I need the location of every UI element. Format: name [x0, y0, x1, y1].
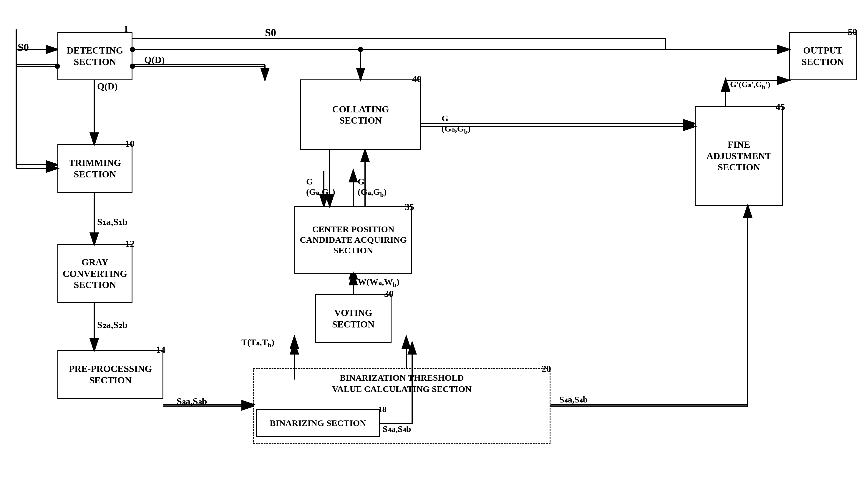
ref-gray: 12: [125, 238, 134, 249]
qd-right-label: Q(D): [144, 54, 165, 65]
binarizing-box: BINARIZING SECTION: [256, 409, 380, 437]
ref-center: 35: [405, 201, 414, 212]
diagram: DETECTINGSECTION 1 TRIMMINGSECTION 10 GR…: [0, 0, 864, 504]
output-section-box: OUTPUTSECTION: [789, 32, 857, 80]
trimming-section-box: TRIMMINGSECTION: [57, 144, 132, 193]
binarization-label: BINARIZATION THRESHOLDVALUE CALCULATING …: [259, 372, 544, 394]
collating-section-box: COLLATINGSECTION: [300, 79, 421, 150]
svg-point-56: [358, 47, 363, 52]
gray-converting-box: GRAYCONVERTINGSECTION: [57, 244, 132, 303]
s0-input-label: S0: [18, 41, 29, 53]
fine-adjustment-box: FINEADJUSTMENTSECTION: [695, 106, 783, 206]
detecting-section-box: DETECTINGSECTION: [57, 32, 132, 80]
ref-trimming: 10: [125, 138, 134, 149]
w-wab-label: W(Wₐ,Wb): [358, 276, 399, 288]
s4ab-voting-label: S₄a,S₄b: [383, 424, 411, 434]
ref-binarization: 20: [542, 364, 551, 374]
ref-detecting: 1: [124, 24, 128, 34]
s1ab-label: S₁a,S₁b: [97, 216, 128, 228]
ref-collating: 40: [412, 74, 422, 84]
pre-processing-box: PRE-PROCESSINGSECTION: [57, 350, 164, 399]
s4ab-fine-label: S₄a,S₄b: [559, 394, 588, 405]
g-up-label: G(Gₐ,Gb): [358, 176, 386, 199]
center-position-box: CENTER POSITIONCANDIDATE ACQUIRINGSECTIO…: [295, 206, 412, 274]
s3ab-label: S₃a,S₃b: [177, 396, 207, 407]
ref-voting: 30: [384, 288, 394, 299]
ref-binarizing: ~18: [374, 405, 386, 414]
s2ab-label: S₂a,S₂b: [97, 319, 128, 330]
ref-fine: 45: [776, 101, 785, 112]
t-tab-label: T(Tₐ,Tb): [241, 337, 274, 349]
ref-output: 50: [848, 26, 857, 37]
voting-section-box: VOTINGSECTION: [315, 294, 392, 343]
gprime-label: G'(Gₐ',Gb'): [730, 79, 770, 90]
s0-pass-label: S0: [265, 26, 276, 39]
qd-left-label: Q(D): [97, 81, 118, 92]
g-down-label: G(Gₐ,Gb): [306, 176, 335, 199]
ref-pre: 14: [156, 344, 166, 355]
g-right-label: G(Gₐ,Gb): [442, 113, 470, 135]
